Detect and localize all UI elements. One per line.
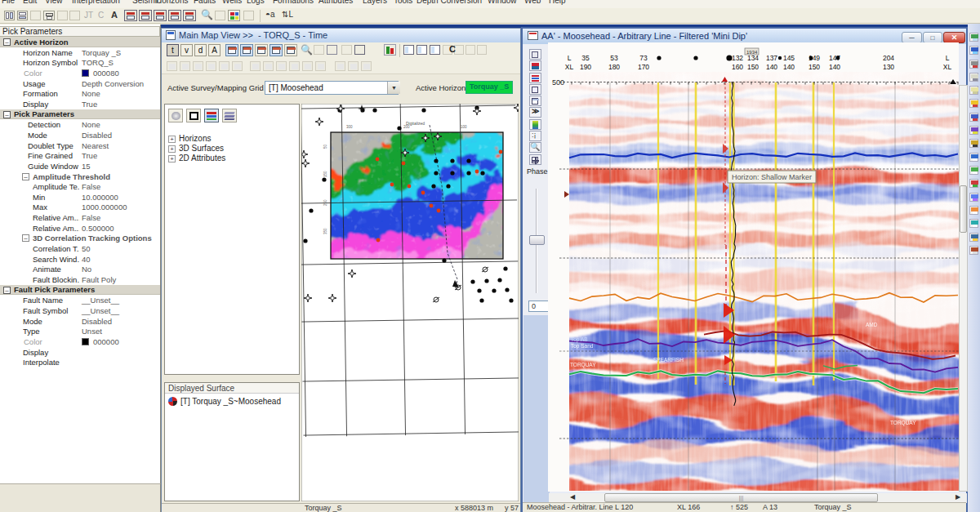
svg-text:130: 130 (883, 63, 894, 71)
svg-text:204: 204 (883, 54, 894, 62)
svg-text:300: 300 (346, 125, 353, 129)
svg-text:140: 140 (829, 63, 840, 71)
svg-text:TORQUAY: TORQUAY (570, 362, 596, 368)
svg-text:53: 53 (610, 54, 618, 62)
svg-text:190: 190 (580, 63, 591, 71)
svg-text:AMD: AMD (866, 322, 878, 327)
svg-text:100: 100 (461, 125, 467, 129)
svg-text:180: 180 (608, 63, 620, 71)
svg-text:TORQUAY: TORQUAY (890, 420, 916, 426)
svg-text:35: 35 (581, 54, 590, 62)
svg-text:1934: 1934 (746, 50, 758, 55)
svg-text:160: 160 (732, 63, 743, 71)
svg-text:134: 134 (747, 54, 759, 62)
svg-text:Horizon: Shallow Marker: Horizon: Shallow Marker (732, 173, 812, 181)
svg-text:SPEARFISH: SPEARFISH (653, 357, 684, 363)
svg-text:137: 137 (766, 54, 777, 62)
svg-text:145: 145 (783, 54, 795, 62)
svg-text:170: 170 (638, 63, 649, 71)
svg-text:73: 73 (639, 54, 648, 62)
svg-text:XL: XL (943, 63, 952, 71)
svg-text:Top AB: Top AB (571, 336, 588, 343)
svg-text:140: 140 (766, 63, 777, 71)
svg-text:XL: XL (565, 63, 574, 71)
svg-text:140: 140 (783, 63, 795, 71)
svg-text:Top Sand: Top Sand (571, 343, 594, 349)
svg-text:L: L (946, 54, 950, 62)
svg-text:350: 350 (323, 228, 327, 234)
svg-text:150: 150 (323, 171, 327, 177)
svg-text:150: 150 (747, 63, 759, 71)
svg-text:500: 500 (552, 78, 564, 87)
svg-text:L: L (568, 54, 572, 62)
svg-text:132: 132 (732, 54, 743, 62)
svg-text:200: 200 (403, 125, 410, 129)
svg-text:150: 150 (808, 63, 820, 71)
svg-text:50: 50 (323, 144, 327, 149)
svg-text:250: 250 (323, 199, 327, 206)
